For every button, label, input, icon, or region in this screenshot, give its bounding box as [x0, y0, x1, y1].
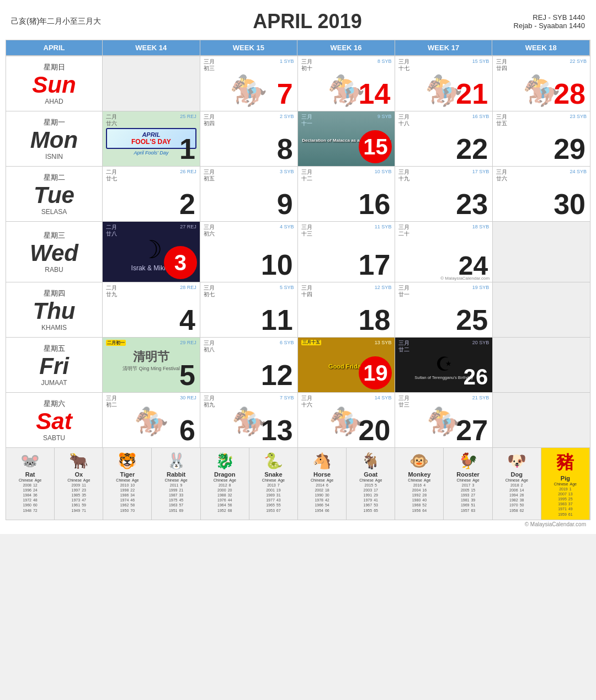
zodiac-dragon: 🐉 Dragon ChineseAge 20128 200020 198832 … [201, 448, 249, 520]
week-header-18: WEEK 18 [492, 40, 590, 55]
date-cell-19: 三月十五 13 SYB Good Friday 19 [298, 338, 396, 393]
zodiac-dog: 🐶 Dog ChineseAge 20182 200614 199426 198… [493, 448, 541, 520]
zodiac-strip: 🐭 Rat ChineseAge 200812 199624 198436 19… [6, 448, 590, 520]
zodiac-rabbit: 🐰 Rabbit ChineseAge 20119 199921 198733 … [152, 448, 200, 520]
thursday-label: 星期四 Thu KHAMIS [6, 282, 103, 338]
date-cell-20: 三月十六 14 SYB 🏇 20 [298, 393, 396, 448]
date-cell-18: 三月十四 12 SYB 18 [298, 282, 396, 338]
sunday-label: 星期日 Sun AHAD [6, 56, 103, 111]
calendar-header: 己亥(猪)年二月小至三月大 APRIL 2019 REJ - SYB 1440 … [6, 6, 590, 40]
date-cell-27: 三月廿三 21 SYB 🏇 27 [395, 393, 493, 448]
zodiac-rooster: 🐓 Rooster ChineseAge 20173 200515 199327… [444, 448, 492, 520]
week-header-14: WEEK 14 [103, 40, 200, 55]
date-cell-12: 三月初八 6 SYB 12 [200, 338, 298, 393]
date-cell-22: 三月十八 16 SYB 22 [395, 111, 493, 167]
week-header-15: WEEK 15 [200, 40, 298, 55]
date-cell-wed-w18 [493, 222, 590, 282]
zodiac-monkey: 🐵 Monkey ChineseAge 20164 200416 199228 … [395, 448, 444, 520]
zodiac-rat: 🐭 Rat ChineseAge 200812 199624 198436 19… [6, 448, 55, 520]
date-cell-16: 三月十二 10 SYB 16 [298, 167, 396, 222]
date-cell-15: 三月十一 9 SYB Declaration of Malacca as a H… [298, 111, 396, 167]
saturday-label: 星期六 Sat SABTU [6, 393, 103, 448]
zodiac-tiger: 🐯 Tiger ChineseAge 201010 199822 198634 … [103, 448, 152, 520]
calendar-title: APRIL 2019 [253, 10, 361, 33]
chinese-year: 己亥(猪)年二月小至三月大 [11, 17, 101, 26]
date-cell-13: 三月初九 7 SYB 🏇 13 [200, 393, 298, 448]
date-cell-14: 三月初十 8 SYB 🏇 14 [298, 56, 396, 111]
zodiac-ox: 🐂 Ox ChineseAge 200911 199723 198535 197… [55, 448, 103, 520]
date-cell-29: 三月廿五 23 SYB 29 [493, 111, 590, 167]
week-header-17: WEEK 17 [395, 40, 493, 55]
zodiac-goat: 🐐 Goat ChineseAge 20155 200317 199129 19… [347, 448, 395, 520]
tuesday-label: 星期二 Tue SELASA [6, 167, 103, 222]
zodiac-snake: 🐍 Snake ChineseAge 20137 200119 198931 1… [249, 448, 298, 520]
wednesday-label: 星期三 Wed RABU [6, 222, 103, 282]
date-cell-23: 三月十九 17 SYB 23 [395, 167, 493, 222]
friday-label: 星期五 Fri JUMAAT [6, 338, 103, 393]
date-cell-8: 三月初四 2 SYB 8 [200, 111, 298, 167]
date-cell-7: 三月初三 1 SYB 🏇 7 [200, 56, 298, 111]
copyright-text: © MalaysiaCalendar.com [6, 520, 590, 528]
monday-label: 星期一 Mon ISNIN [6, 111, 103, 167]
date-cell-28: 三月廿四 22 SYB 🏇 28 [493, 56, 590, 111]
date-cell-24: 三月二十 18 SYB 24 © MalaysiaCalendar.com [395, 222, 493, 282]
zodiac-horse: 🐴 Horse ChineseAge 20146 200218 199030 1… [298, 448, 347, 520]
date-cell-26: 三月廿二 20 SYB ☪ Sultan of Terengganu's Bir… [395, 338, 493, 393]
date-cell-30: 三月廿六 24 SYB 30 [493, 167, 590, 222]
calendar-wrapper: 己亥(猪)年二月小至三月大 APRIL 2019 REJ - SYB 1440 … [0, 0, 596, 534]
date-cell-sat-w18 [493, 393, 590, 448]
date-cell-11: 三月初七 5 SYB 11 [200, 282, 298, 338]
date-cell-17: 三月十三 11 SYB 17 [298, 222, 396, 282]
week-header-row: APRIL WEEK 14 WEEK 15 WEEK 16 WEEK 17 WE… [6, 40, 590, 56]
date-cell-sun-w14 [103, 56, 200, 111]
week-header-16: WEEK 16 [297, 40, 395, 55]
date-cell-fri-w18 [493, 338, 590, 393]
date-cell-4: 二月廿九 28 REJ 4 [103, 282, 200, 338]
calendar-grid: 星期日 Sun AHAD 三月初三 1 SYB 🏇 7 三月初十 8 SYB 🏇 [6, 56, 590, 448]
date-cell-10: 三月初六 4 SYB 10 [200, 222, 298, 282]
week-header-april: APRIL [6, 40, 103, 55]
date-cell-5: 二月初一 29 REJ 清明节 清明节 Qing Ming Festival 5 [103, 338, 200, 393]
date-cell-6: 三月初二 30 REJ 🏇 6 [103, 393, 200, 448]
date-cell-2: 二月廿七 26 REJ 2 [103, 167, 200, 222]
date-cell-21: 三月十七 15 SYB 🏇 21 [395, 56, 493, 111]
date-cell-25: 三月廿一 19 SYB 25 [395, 282, 493, 338]
islamic-date: REJ - SYB 1440 Rejab - Syaaban 1440 [514, 13, 585, 30]
zodiac-pig: 豬 Pig ChineseAge 20191 200713 199525 198… [541, 448, 590, 520]
date-cell-9: 三月初五 3 SYB 9 [200, 167, 298, 222]
date-cell-1: 二月廿六 25 REJ APRIL FOOL'S DAY April Fools… [103, 111, 200, 167]
date-cell-3: 二月廿八 27 REJ ☽ Israk & Mikraj 3 [103, 222, 200, 282]
date-cell-thu-w18 [493, 282, 590, 338]
